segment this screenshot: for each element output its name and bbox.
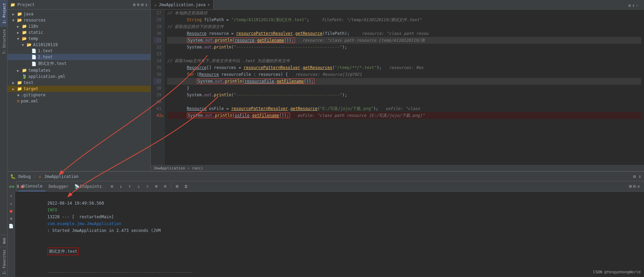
config-icon[interactable]: ⚙: [141, 2, 144, 7]
class-name: com.example.jmw.JmwApplication: [47, 221, 121, 226]
sort-icon[interactable]: ↕: [145, 2, 148, 7]
console-toolbar-icons: ≡ ↓ ↑ ⇓ ⇑ ⊗ ⊘ ⊞ ≣: [108, 182, 190, 191]
comment-29: // 获取指定路径下的资源文件: [167, 24, 224, 29]
code-line-42: ⚠ System.out.println(osFile.getFilename(…: [167, 112, 641, 119]
bri-1[interactable]: ⊞: [629, 184, 632, 189]
code-42: System.out.println(osFile.getFilename())…: [167, 113, 425, 118]
settings-icon[interactable]: ⚙: [133, 2, 136, 7]
blc-stop-btn[interactable]: ■: [8, 208, 14, 214]
blc-down-btn[interactable]: ↓: [8, 200, 14, 207]
app-container: 1: Project 7: Structure Web 2: Favorites…: [0, 0, 644, 277]
project-tab[interactable]: 1: Project: [0, 0, 7, 26]
tree-item-appyml[interactable]: 🍃 application.yml: [8, 73, 150, 80]
ln-32: 32: [153, 44, 161, 51]
tree-item-java[interactable]: ▶ 📁 java: [8, 11, 150, 17]
folder-icon: 📁: [10, 2, 15, 7]
code-32: System.out.println("--------------------…: [167, 45, 347, 50]
tab-jmwapplication[interactable]: ☕ JmwApplication.java ✕: [151, 0, 214, 9]
console-toolbar: ↺ ▶ ⏸ ■ 🖥 Console Debugger 📡 Endpoints: [8, 181, 644, 192]
console-tab[interactable]: 🖥 Console: [18, 181, 45, 191]
structure-tab[interactable]: 7: Structure: [0, 26, 7, 57]
top-area: 📁 Project ⚙ ≡ ⚙ ↕ ▶: [8, 0, 644, 171]
tb-icon-5[interactable]: ⇑: [143, 182, 151, 191]
debugger-tab[interactable]: Debugger: [46, 181, 71, 191]
ln-36: 36: [153, 71, 161, 78]
resume-btn[interactable]: ▶: [12, 182, 15, 191]
tb-icon-6[interactable]: ⊗: [152, 182, 160, 191]
bri-close[interactable]: ✕: [637, 184, 640, 189]
bri-2[interactable]: ⊟: [633, 184, 636, 189]
code-38: }: [167, 86, 189, 91]
tb-icon-2[interactable]: ↓: [117, 182, 125, 191]
blc-file-btn[interactable]: 📄: [8, 223, 14, 229]
label-templates: templates: [28, 68, 50, 73]
tree-item-temp[interactable]: ▼ 📂 temp: [8, 36, 150, 42]
left-controls: ↑ ↓ ■ ≡ 📄: [8, 192, 15, 277]
tree-item-gitignore[interactable]: ◈ .gitignore: [8, 92, 150, 98]
tab-close-button[interactable]: ✕: [208, 3, 210, 6]
debug-icon: 🐛: [10, 174, 16, 179]
label-A110120119: A110120119: [33, 42, 58, 47]
label-resources: resources: [24, 18, 46, 23]
web-tab[interactable]: Web: [0, 235, 7, 247]
code-line-29: // 获取指定路径下的资源文件: [167, 23, 641, 30]
breadcrumb-text: JmwApplication › run(): [153, 166, 203, 170]
editor-expand-icon[interactable]: ↕: [632, 3, 635, 8]
tree-item-A110120119[interactable]: ▼ 📂 A110120119: [8, 42, 150, 48]
panel-header-icons: ⚙ ≡ ⚙ ↕: [133, 2, 148, 7]
tree-item-static[interactable]: ▶ 📁 static: [8, 29, 150, 36]
arrow-temp: ▼: [17, 37, 22, 41]
endpoints-icon: 📡: [74, 184, 79, 189]
favorites-tab[interactable]: 2: Favorites: [0, 247, 7, 277]
folder-icon-temp: 📂: [22, 36, 27, 41]
tb-icon-7[interactable]: ⊘: [161, 182, 169, 191]
tree-item-testfile[interactable]: 📄 测试文件.text: [8, 60, 150, 67]
tab-label-jmwapplication: JmwApplication.java: [159, 2, 205, 7]
debug-bar: 🐛 Debug | ⚠ JmwApplication ⚙ ↕: [8, 172, 644, 181]
project-tree: ▶ 📁 java ▼ 📂 resources ▶: [8, 10, 150, 171]
arrow-target: ▶: [12, 87, 17, 91]
code-line-32: System.out.println("--------------------…: [167, 44, 641, 51]
code-39: System.out.println("--------------------…: [167, 93, 347, 97]
code-line-38: }: [167, 85, 641, 92]
console-output[interactable]: 2022-08-14 19:49:56.560 INFO 13228 --- […: [15, 192, 644, 277]
debugger-tab-label: Debugger: [49, 184, 69, 189]
editor-checkmark-icon[interactable]: ✓: [636, 3, 639, 8]
main-layout: 📁 Project ⚙ ≡ ⚙ ↕ ▶: [8, 0, 644, 277]
blc-up-btn[interactable]: ↑: [8, 193, 14, 199]
tree-item-test[interactable]: ▶ 📁 test: [8, 80, 150, 86]
tb-icon-8[interactable]: ⊞: [173, 182, 181, 191]
tb-icon-4[interactable]: ⇓: [134, 182, 143, 191]
label-temp: temp: [28, 36, 38, 41]
tree-item-i18n[interactable]: ▶ 📁 i18n: [8, 23, 150, 29]
ln-27: 27: [153, 10, 161, 16]
folder-icon-templates: 📁: [22, 68, 27, 73]
label-test: test: [24, 80, 33, 85]
tree-item-target[interactable]: ▶ 📁 target: [8, 86, 150, 92]
tree-item-2text[interactable]: 📄 2.text: [8, 54, 150, 60]
console-line-3: ----------------------------------------…: [18, 262, 641, 277]
blc-format-btn[interactable]: ≡: [8, 216, 14, 222]
tree-item-pomxml[interactable]: m pom.xml: [8, 98, 150, 104]
debug-settings-icon[interactable]: ⚙: [633, 174, 636, 179]
tree-item-1text[interactable]: 📄 1.text: [8, 48, 150, 54]
tb-icon-3[interactable]: ↑: [126, 182, 134, 191]
tree-item-templates[interactable]: ▶ 📁 templates: [8, 67, 150, 73]
rerun-btn[interactable]: ↺: [9, 182, 12, 191]
tb-icon-9[interactable]: ≣: [182, 182, 190, 191]
jmwapp-icon: ⚠: [39, 174, 41, 179]
code-line-36: for (Resource resourceFile : resources) …: [167, 71, 641, 78]
editor-settings-icon[interactable]: ⚙: [628, 3, 631, 8]
gear-icon[interactable]: ≡: [137, 2, 140, 7]
folder-icon-resources: 📂: [17, 18, 22, 23]
tb-icon-1[interactable]: ≡: [108, 182, 116, 191]
bottom-left-controls: ↺ ▶ ⏸ ■: [9, 181, 16, 192]
editor-content[interactable]: 27 28 29 30 31 32 33 34 35 36 37 38: [151, 10, 644, 171]
endpoints-tab[interactable]: 📡 Endpoints: [72, 181, 104, 191]
tree-item-resources[interactable]: ▼ 📂 resources: [8, 17, 150, 23]
label-pomxml: pom.xml: [21, 99, 38, 103]
label-gitignore: .gitignore: [21, 93, 45, 97]
debug-expand-icon[interactable]: ↕: [639, 174, 641, 179]
code-line-31: System.out.println(resource.getFilename(…: [167, 37, 641, 44]
console-boxed-testfile: 测试文件.text: [47, 248, 79, 255]
